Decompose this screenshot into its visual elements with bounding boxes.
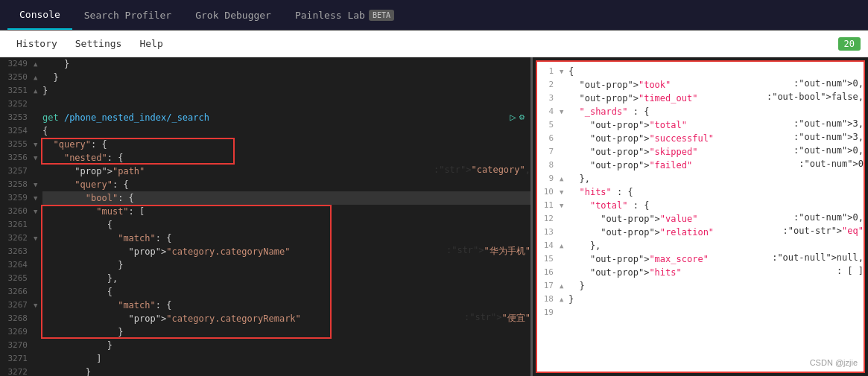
line-number: 3272 xyxy=(0,366,34,376)
output-line-code: "out-prop">"failed" xyxy=(568,159,799,172)
output-fold-arrow[interactable]: ▲ xyxy=(560,293,568,306)
nav-help[interactable]: Help xyxy=(130,31,171,57)
output-fold-arrow[interactable]: ▲ xyxy=(560,172,568,185)
output-fold-arrow xyxy=(560,306,568,319)
line-number: 3270 xyxy=(0,339,34,352)
output-fold-arrow xyxy=(560,118,568,132)
editor-line: 3259 ▼ "bool": { xyxy=(0,191,530,205)
line-number: 3268 xyxy=(0,312,34,325)
watermark: CSDN @jzjie xyxy=(810,358,858,367)
output-line-code: "out-prop">"skipped" xyxy=(568,145,793,159)
line-number: 3250 xyxy=(0,71,34,84)
output-line-code: "hits" : { xyxy=(568,185,864,199)
copy-icon[interactable]: ⚙ xyxy=(519,112,525,122)
editor-line: 3257 "prop">"path": "str">"category", xyxy=(0,165,530,178)
editor-line: 3266 { xyxy=(0,285,530,299)
editor-line: 3261 { xyxy=(0,218,530,232)
tab-search-profiler[interactable]: Search Profiler xyxy=(72,0,183,30)
editor-line: 3264 } xyxy=(0,258,530,272)
editor-line: 3265 }, xyxy=(0,272,530,285)
fold-arrow[interactable]: ▲ xyxy=(34,57,42,71)
output-fold-arrow[interactable]: ▼ xyxy=(560,199,568,212)
output-code: 1 ▼ { 2 "out-prop">"took" : "out-num">0,… xyxy=(537,62,864,372)
editor-line: 3249 ▲ } xyxy=(0,57,530,71)
fold-arrow[interactable]: ▼ xyxy=(34,232,42,245)
output-line: 1 ▼ { xyxy=(537,65,864,78)
output-line-number: 14 xyxy=(537,239,560,252)
line-number: 3265 xyxy=(0,272,34,285)
output-fold-arrow[interactable]: ▼ xyxy=(560,185,568,199)
editor-line: 3258 ▼ "query": { xyxy=(0,178,530,191)
line-code: }, xyxy=(42,272,530,285)
output-fold-arrow[interactable]: ▲ xyxy=(560,239,568,252)
line-code: "match": { xyxy=(42,232,530,245)
output-line-code: "total" : { xyxy=(568,199,864,212)
output-line-number: 8 xyxy=(537,159,560,172)
output-line-number: 13 xyxy=(537,226,560,239)
run-icon[interactable]: ▷ xyxy=(510,111,516,123)
line-code: } xyxy=(42,339,530,352)
editor-line: 3272 } xyxy=(0,366,530,376)
line-number: 3256 xyxy=(0,151,34,165)
line-code: { xyxy=(42,218,530,232)
editor-panel[interactable]: 3249 ▲ } 3250 ▲ } 3251 ▲ } 3252 3253 get… xyxy=(0,57,533,376)
output-line: 2 "out-prop">"took" : "out-num">0, xyxy=(537,78,864,92)
output-line-code: }, xyxy=(568,172,864,185)
line-code: "prop">"path" xyxy=(42,165,434,178)
fold-arrow[interactable]: ▼ xyxy=(34,178,42,191)
output-fold-arrow xyxy=(560,252,568,266)
tab-console[interactable]: Console xyxy=(7,0,72,30)
editor-line: 3254 { xyxy=(0,124,530,138)
nav-settings[interactable]: Settings xyxy=(66,31,131,57)
fold-arrow[interactable]: ▲ xyxy=(34,84,42,98)
output-fold-arrow xyxy=(560,159,568,172)
fold-arrow[interactable]: ▼ xyxy=(34,151,42,165)
output-line-number: 6 xyxy=(537,132,560,145)
line-number: 3266 xyxy=(0,285,34,299)
output-line-number: 11 xyxy=(537,199,560,212)
nav-history[interactable]: History xyxy=(7,31,66,57)
line-number: 3254 xyxy=(0,124,34,138)
tab-grok-debugger[interactable]: Grok Debugger xyxy=(183,0,283,30)
editor-line: 3268 "prop">"category.categoryRemark": "… xyxy=(0,312,530,325)
line-number: 3267 xyxy=(0,299,34,312)
line-code: } xyxy=(42,57,530,71)
output-line-code: "_shards" : { xyxy=(568,105,864,118)
editor-line: 3270 } xyxy=(0,339,530,352)
output-fold-arrow xyxy=(560,212,568,226)
code-editor[interactable]: 3249 ▲ } 3250 ▲ } 3251 ▲ } 3252 3253 get… xyxy=(0,57,530,376)
fold-arrow[interactable]: ▼ xyxy=(34,205,42,218)
editor-line: 3255 ▼ "query": { xyxy=(0,138,530,151)
line-number: 3269 xyxy=(0,325,34,339)
output-line: 10 ▼ "hits" : { xyxy=(537,185,864,199)
line-code: ] xyxy=(42,352,530,366)
line-code: } xyxy=(42,325,530,339)
fold-arrow[interactable]: ▼ xyxy=(34,138,42,151)
line-number: 3259 xyxy=(0,191,34,205)
output-line: 6 "out-prop">"successful" : "out-num">3, xyxy=(537,132,864,145)
line-code: "must": [ xyxy=(42,205,530,218)
fold-arrow[interactable]: ▼ xyxy=(34,299,42,312)
output-line-code: "out-prop">"relation" xyxy=(568,226,783,239)
output-line: 17 ▲ } xyxy=(537,279,864,293)
editor-line: 3269 } xyxy=(0,325,530,339)
output-fold-arrow[interactable]: ▲ xyxy=(560,279,568,293)
editor-line: 3252 xyxy=(0,98,530,111)
line-number: 3253 xyxy=(0,111,34,124)
output-fold-arrow xyxy=(560,132,568,145)
line-number: 3258 xyxy=(0,178,34,191)
line-code: { xyxy=(42,124,530,138)
editor-line: 3262 ▼ "match": { xyxy=(0,232,530,245)
output-fold-arrow[interactable]: ▼ xyxy=(560,65,568,78)
output-fold-arrow[interactable]: ▼ xyxy=(560,105,568,118)
output-line: 12 "out-prop">"value" : "out-num">0, xyxy=(537,212,864,226)
output-line: 19 xyxy=(537,306,864,319)
fold-arrow[interactable]: ▼ xyxy=(34,191,42,205)
output-line: 9 ▲ }, xyxy=(537,172,864,185)
fold-arrow[interactable]: ▲ xyxy=(34,71,42,84)
output-fold-arrow xyxy=(560,145,568,159)
green-counter-badge: 20 xyxy=(838,37,861,51)
output-line-number: 1 xyxy=(537,65,560,78)
tab-painless-lab[interactable]: Painless Lab BETA xyxy=(283,0,406,30)
line-number: 3257 xyxy=(0,165,34,178)
